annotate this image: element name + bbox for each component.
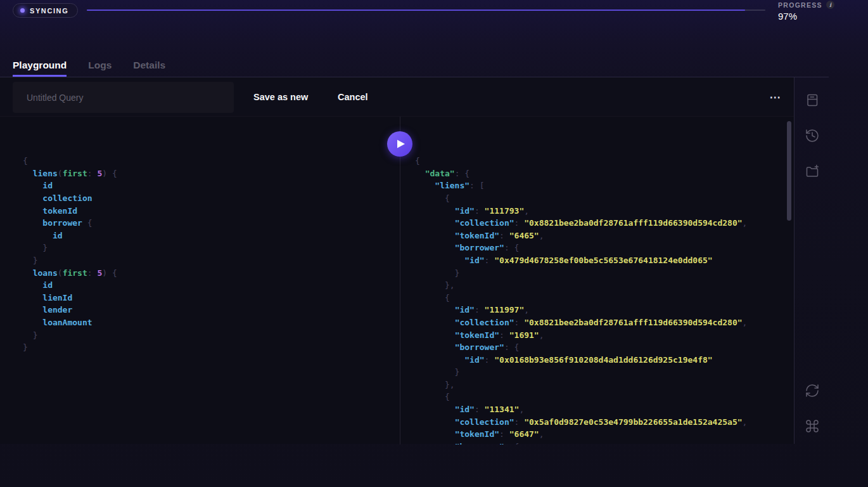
save-as-new-button[interactable]: Save as new (253, 77, 308, 117)
query-name-input[interactable] (13, 82, 234, 113)
sync-status-badge: SYNCING (13, 3, 78, 18)
cancel-button[interactable]: Cancel (338, 77, 368, 117)
progress-value: 97% (778, 11, 834, 22)
query-editor[interactable]: { liens(first: 5) { id collection tokenI… (0, 117, 400, 445)
info-icon[interactable]: i (826, 1, 834, 9)
tab-playground[interactable]: Playground (13, 60, 67, 77)
sync-status-label: SYNCING (30, 7, 68, 15)
docs-icon (805, 93, 820, 108)
docs-button[interactable] (805, 93, 820, 108)
progress-bar (87, 10, 765, 11)
command-icon (805, 419, 820, 434)
history-button[interactable] (805, 128, 820, 143)
tab-bar: Playground Logs Details (13, 60, 165, 77)
result-viewer: { "data": { "liens": [ { "id": "111793",… (400, 117, 794, 445)
query-editor-code: { liens(first: 5) { id collection tokenI… (23, 155, 400, 354)
history-icon (805, 128, 820, 143)
main-area: Save as new Cancel ⋯ { liens(first: 5) {… (0, 77, 794, 444)
refresh-icon (805, 383, 820, 398)
refresh-schema-button[interactable] (805, 383, 820, 398)
tab-logs[interactable]: Logs (88, 60, 112, 77)
sidebar-icon-rail (794, 77, 829, 444)
progress-fill (87, 10, 745, 11)
progress-meta: PROGRESS i 97% (778, 1, 834, 22)
result-scrollbar-thumb[interactable] (787, 121, 791, 221)
sync-dot-icon (20, 8, 25, 13)
tab-details[interactable]: Details (133, 60, 165, 77)
progress-label: PROGRESS (778, 1, 822, 9)
editor-split: { liens(first: 5) { id collection tokenI… (0, 117, 794, 445)
shortcuts-button[interactable] (805, 419, 820, 434)
new-folder-icon (805, 164, 820, 179)
playground-panel: Save as new Cancel ⋯ { liens(first: 5) {… (0, 77, 829, 444)
saved-queries-button[interactable] (805, 164, 820, 179)
more-options-button[interactable]: ⋯ (764, 77, 787, 117)
result-viewer-code: { "data": { "liens": [ { "id": "111793",… (415, 155, 794, 445)
query-toolbar: Save as new Cancel ⋯ (0, 77, 794, 117)
